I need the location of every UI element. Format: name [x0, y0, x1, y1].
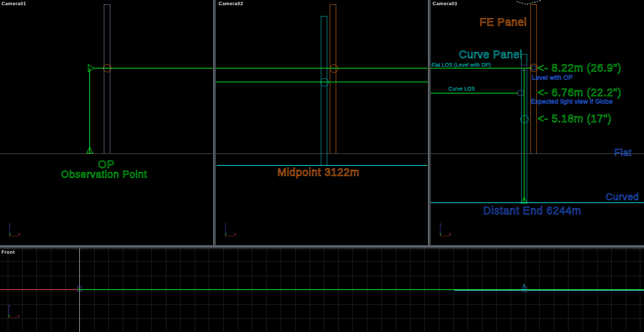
y-axis-label: y [225, 231, 227, 236]
curve-los-hit-square[interactable] [518, 90, 523, 96]
front-ground-line-red [0, 289, 78, 290]
front-op-vertex-dot [79, 288, 80, 290]
x-axis-label: x [18, 232, 20, 236]
camera01-op-vertical-line [89, 68, 90, 154]
viewport-layout: Camera01 OP Observation Point z y x Came… [0, 0, 644, 332]
measure-globe-text: <- 6.76m (22.2") [538, 86, 621, 99]
z-axis-label: z [440, 222, 442, 227]
camera01-ground-marker-triangle [86, 147, 93, 154]
viewport-divider-horizontal[interactable] [0, 245, 644, 249]
camera03-flat-los-line [431, 68, 532, 69]
x-axis-line [9, 317, 18, 318]
midpoint-curve-panel-wireframe[interactable] [321, 16, 327, 165]
camera01-flat-los-line [94, 68, 213, 69]
camera01-axis-tripod: z y x [8, 222, 24, 238]
x-axis-label: x [234, 232, 236, 236]
z-axis-label: z [9, 222, 11, 227]
measure-curve-text: <- 5.18m (17") [538, 113, 612, 125]
flat-los-curve-panel-hit-square[interactable] [521, 65, 527, 71]
camera-fov-chevron-icon [516, 0, 542, 5]
viewport-label-camera01[interactable]: Camera01 [1, 1, 26, 6]
front-axis-tripod: z y x [7, 304, 23, 320]
z-axis-label: z [225, 222, 227, 227]
camera03-flat-horizon-line [431, 154, 644, 154]
x-axis-label: x [449, 232, 451, 236]
curve-los-panel-circle[interactable] [520, 115, 529, 123]
viewport-label-front[interactable]: Front [1, 249, 15, 255]
camera-cone-icon[interactable] [88, 64, 95, 72]
x-axis-line [9, 236, 19, 236]
distant-end-label-text: Distant End 6244m [483, 205, 581, 217]
camera02-curve-intersection-circle[interactable] [321, 78, 329, 86]
camera02-flat-intersection-circle[interactable] [330, 64, 338, 73]
front-distant-vertex-tick [524, 284, 525, 287]
viewport-label-camera02[interactable]: Camera02 [219, 1, 243, 6]
viewport-label-camera03[interactable]: Camera03 [433, 1, 457, 6]
measure-flat-text: <- 8.22m (26.9") [538, 62, 621, 74]
camera03-curved-ground-line [431, 202, 644, 203]
camera02-curved-ground-line [217, 165, 427, 166]
curve-panel-centerline [524, 68, 525, 203]
curve-panel-label-text: Curve Panel [459, 48, 523, 61]
measure-flat-note-text: Level with OP [532, 74, 573, 82]
op-subtitle-text: Observation Point [61, 169, 147, 180]
flat-horizon-label-text: Flat [614, 147, 632, 158]
x-axis-label: x [17, 313, 20, 318]
flat-los-fe-panel-hit-square[interactable] [532, 66, 536, 70]
flat-los-label-text: Flat LOS (Level with OP) [431, 62, 491, 68]
viewport-divider-1[interactable] [213, 0, 216, 245]
camera02-axis-tripod: z y x [224, 222, 240, 238]
front-curved-path-line [454, 290, 644, 291]
camera03-axis-tripod: z y x [439, 222, 455, 238]
camera02-flat-los-line [216, 68, 428, 69]
measure-globe-note-text: Expected light view if Globe [531, 98, 613, 105]
midpoint-fe-panel-wireframe[interactable] [330, 4, 336, 154]
camera02-horizon-line [216, 154, 428, 154]
fe-panel-label-text: FE Panel [479, 16, 527, 28]
camera03-curve-los-line [431, 93, 518, 94]
curved-horizon-label-text: Curved [606, 191, 639, 203]
front-op-vertex-marker[interactable] [77, 287, 82, 291]
z-axis-label: z [8, 304, 10, 308]
camera01-horizon-line [0, 154, 213, 154]
op-panel-wireframe[interactable] [104, 4, 110, 154]
x-axis-line [225, 236, 235, 236]
y-axis-label: y [8, 313, 10, 317]
y-axis-label: y [9, 231, 11, 236]
midpoint-label-text: Midpoint 3122m [277, 166, 359, 178]
y-axis-label: y [440, 231, 442, 236]
curve-los-label-text: Curve LOS [449, 86, 475, 92]
camera01-los-intersection-circle[interactable] [103, 64, 111, 72]
front-distant-vertex-dot [523, 289, 525, 290]
x-axis-line [440, 236, 450, 236]
viewport-divider-2[interactable] [428, 0, 431, 245]
front-distant-vertex-marker[interactable] [522, 287, 527, 292]
